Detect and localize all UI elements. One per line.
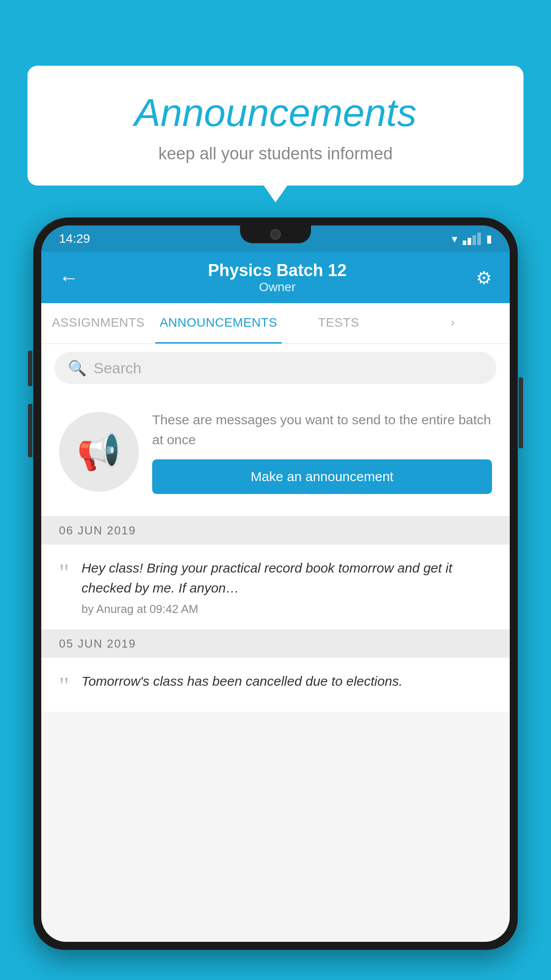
phone-mockup: 14:29 ▾ ▮ ← Physics Batch 12 Owner [33,217,518,980]
batch-title: Physics Batch 12 [208,261,347,280]
promo-card: 📢 These are messages you want to send to… [41,392,510,517]
search-container: 🔍 Search [41,344,510,392]
tab-assignments[interactable]: ASSIGNMENTS [41,303,155,344]
promo-right: These are messages you want to send to t… [152,410,492,494]
megaphone-icon: 📢 [77,431,121,473]
phone-volume-button [28,404,32,457]
status-icons: ▾ ▮ [452,232,492,246]
speech-bubble: Announcements keep all your students inf… [28,66,523,186]
status-time: 14:29 [59,232,90,246]
announcement-icon-circle: 📢 [59,412,139,492]
date-divider-1: 06 JUN 2019 [41,517,510,545]
announcement-item-1: " Hey class! Bring your practical record… [41,545,510,630]
announcement-content-2: Tomorrow's class has been cancelled due … [82,671,492,691]
date-divider-2: 05 JUN 2019 [41,630,510,658]
phone-outer: 14:29 ▾ ▮ ← Physics Batch 12 Owner [33,217,518,950]
announcement-meta-1: by Anurag at 09:42 AM [82,602,492,616]
search-input[interactable]: Search [94,360,142,377]
make-announcement-button[interactable]: Make an announcement [152,459,492,494]
phone-camera [270,229,281,240]
header-center: Physics Batch 12 Owner [208,261,347,294]
tabs-bar: ASSIGNMENTS ANNOUNCEMENTS TESTS › [41,303,510,344]
announcement-content-1: Hey class! Bring your practical record b… [82,558,492,616]
announcement-text-2: Tomorrow's class has been cancelled due … [82,671,492,691]
search-input-wrapper[interactable]: 🔍 Search [55,352,496,384]
tab-tests[interactable]: TESTS [282,303,396,344]
phone-screen: 14:29 ▾ ▮ ← Physics Batch 12 Owner [41,225,510,942]
app-header: ← Physics Batch 12 Owner ⚙ [41,252,510,303]
battery-icon: ▮ [486,233,492,245]
speech-bubble-container: Announcements keep all your students inf… [28,66,523,186]
announcement-item-2: " Tomorrow's class has been cancelled du… [41,658,510,712]
phone-side-button [28,351,32,386]
wifi-icon: ▾ [452,232,457,246]
settings-icon[interactable]: ⚙ [476,268,492,288]
bubble-subtitle: keep all your students informed [54,144,497,163]
search-icon: 🔍 [68,359,87,377]
promo-description: These are messages you want to send to t… [152,410,492,450]
tab-announcements[interactable]: ANNOUNCEMENTS [155,303,282,344]
phone-notch [240,225,311,243]
tab-more[interactable]: › [396,303,510,344]
quote-icon-2: " [59,674,69,699]
signal-bars-icon [463,233,481,245]
batch-role: Owner [208,280,347,294]
phone-power-button [519,377,523,448]
announcement-text-1: Hey class! Bring your practical record b… [82,558,492,598]
bubble-title: Announcements [54,90,497,135]
quote-icon-1: " [59,561,69,585]
back-button[interactable]: ← [59,267,79,289]
